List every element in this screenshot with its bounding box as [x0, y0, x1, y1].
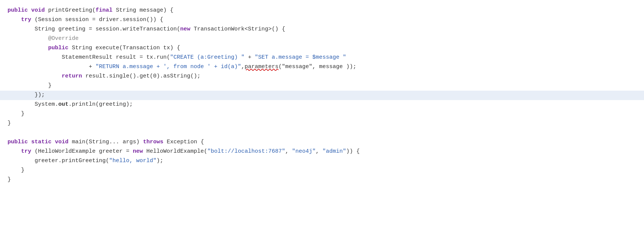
code-line: String greeting = session.writeTransacti…	[0, 25, 644, 34]
code-line: return result.single().get(0).asString()…	[0, 72, 644, 81]
code-token: .println(greeting);	[68, 101, 133, 108]
code-token: "RETURN a.message + ', from node ' + id(…	[96, 64, 241, 70]
code-token: String message) {	[112, 7, 173, 14]
code-token: StatementResult result = tx.run(	[8, 54, 170, 61]
code-token: +	[8, 64, 96, 70]
code-line: public void printGreeting(final String m…	[0, 6, 644, 15]
code-token: "CREATE (a:Greeting) "	[170, 54, 245, 61]
code-line: System.out.println(greeting);	[0, 100, 644, 109]
code-line: }	[0, 81, 644, 91]
code-line: try (Session session = driver.session())…	[0, 15, 644, 25]
code-token: public	[48, 45, 68, 51]
code-token: );	[156, 158, 163, 164]
code-line: }	[0, 175, 644, 185]
code-token: TransactionWork<String>() {	[190, 26, 285, 32]
code-token: main(String... args)	[68, 139, 143, 145]
code-token: +	[245, 54, 255, 61]
code-token: greeter.printGreeting(	[8, 158, 109, 164]
code-token: new	[133, 148, 143, 155]
code-token: String greeting = session.writeTransacti…	[8, 26, 180, 32]
code-token: }	[8, 120, 11, 126]
code-line	[0, 128, 644, 138]
code-line: greeter.printGreeting("hello, world");	[0, 156, 644, 166]
code-token	[28, 139, 31, 145]
code-token: result.single().get(0).asString();	[82, 73, 200, 79]
code-token: }	[8, 111, 24, 117]
code-token: "SET a.message = $message "	[255, 54, 346, 61]
code-token: ,	[316, 148, 322, 155]
code-token	[8, 45, 48, 51]
code-token	[8, 148, 21, 155]
code-line: StatementResult result = tx.run("CREATE …	[0, 53, 644, 62]
code-line: public String execute(Transaction tx) {	[0, 44, 644, 53]
code-token: ,	[285, 148, 292, 155]
code-token: void	[31, 7, 45, 14]
code-line: }	[0, 166, 644, 175]
code-token	[28, 7, 31, 14]
code-token: }	[8, 176, 11, 183]
code-token: }	[8, 82, 52, 89]
code-token: public	[8, 7, 28, 14]
code-line: }	[0, 119, 644, 128]
code-line: });	[0, 91, 644, 100]
code-token: "neo4j"	[292, 148, 316, 155]
code-token: )) {	[346, 148, 360, 155]
code-token	[52, 139, 55, 145]
code-token: new	[180, 26, 190, 32]
code-token: HelloWorldExample(	[143, 148, 207, 155]
code-line: + "RETURN a.message + ', from node ' + i…	[0, 62, 644, 72]
code-token: throws	[143, 139, 163, 145]
code-token: });	[8, 92, 45, 98]
code-line: public static void main(String... args) …	[0, 138, 644, 147]
code-token: public	[8, 139, 28, 145]
code-token	[8, 73, 62, 79]
code-token: (HelloWorldExample greeter =	[31, 148, 133, 155]
code-token: "admin"	[322, 148, 346, 155]
code-token: (Session session = driver.session()) {	[31, 17, 163, 23]
code-token	[8, 17, 21, 23]
code-token: parameters	[245, 64, 278, 70]
code-token: try	[21, 148, 31, 155]
code-token: static	[31, 139, 52, 145]
code-token: "bolt://localhost:7687"	[207, 148, 285, 155]
code-token: }	[8, 167, 24, 173]
code-token: @Override	[8, 35, 79, 42]
code-token: return	[62, 73, 82, 79]
code-token: final	[96, 7, 112, 14]
code-token: ,	[241, 64, 245, 70]
code-line: }	[0, 109, 644, 119]
code-token: void	[55, 139, 68, 145]
code-token: try	[21, 17, 31, 23]
code-token: out	[58, 101, 68, 108]
code-line: @Override	[0, 34, 644, 44]
code-block: public void printGreeting(final String m…	[0, 6, 644, 185]
code-token: Exception {	[163, 139, 204, 145]
code-token: "hello, world"	[109, 158, 156, 164]
code-line: try (HelloWorldExample greeter = new Hel…	[0, 147, 644, 156]
code-token: printGreeting(	[45, 7, 96, 14]
code-token: System.	[8, 101, 58, 108]
code-container: public void printGreeting(final String m…	[0, 0, 644, 191]
code-token: String execute(Transaction tx) {	[68, 45, 180, 51]
code-token: ("message", message ));	[278, 64, 356, 70]
